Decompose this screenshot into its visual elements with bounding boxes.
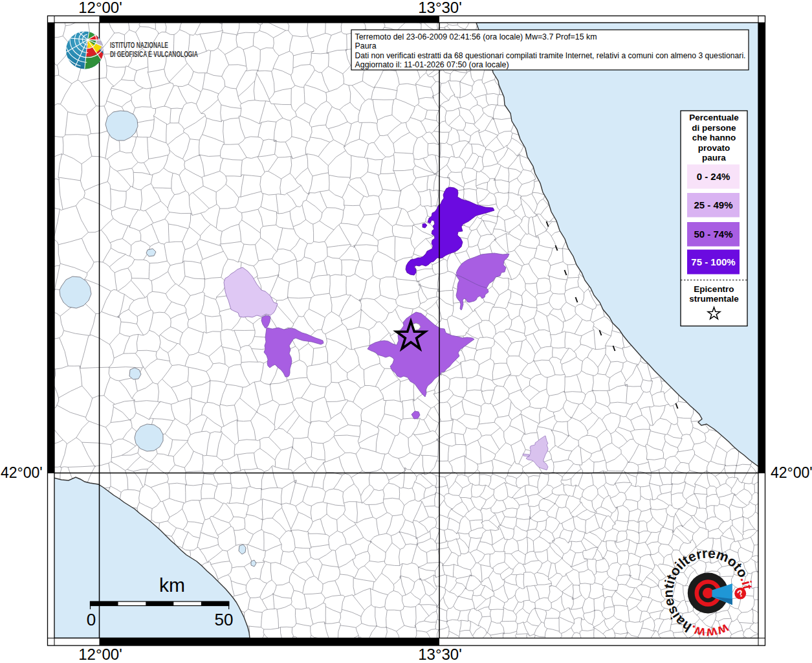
- svg-text:Terremoto del 23-06-2009 02:41: Terremoto del 23-06-2009 02:41:56 (ora l…: [355, 32, 597, 41]
- svg-text:0 - 24%: 0 - 24%: [697, 171, 730, 182]
- svg-text:12°00': 12°00': [78, 0, 122, 16]
- svg-text:50 - 74%: 50 - 74%: [694, 229, 732, 240]
- svg-text:Epicentro: Epicentro: [694, 284, 734, 294]
- svg-text:50: 50: [215, 610, 234, 629]
- svg-text:42°00': 42°00': [771, 464, 812, 481]
- svg-text:25 - 49%: 25 - 49%: [694, 199, 732, 210]
- svg-text:DI GEOFISICA E VULCANOLOGIA: DI GEOFISICA E VULCANOLOGIA: [110, 50, 198, 59]
- svg-text:paura: paura: [702, 153, 726, 163]
- svg-text:Paura: Paura: [355, 41, 377, 51]
- svg-text:km: km: [159, 574, 185, 596]
- svg-text:12°00': 12°00': [78, 646, 122, 663]
- svg-text:13°30': 13°30': [418, 0, 462, 16]
- svg-text:13°30': 13°30': [418, 646, 462, 663]
- svg-text:che hanno: che hanno: [692, 133, 736, 142]
- svg-text:0: 0: [87, 610, 96, 629]
- svg-text:ISTITUTO NAZIONALE: ISTITUTO NAZIONALE: [110, 40, 168, 49]
- svg-text:Aggiornato il: 11-01-2026 07:5: Aggiornato il: 11-01-2026 07:50 (ora loc…: [355, 60, 509, 69]
- svg-text:provato: provato: [698, 143, 730, 153]
- svg-text:42°00': 42°00': [1, 464, 43, 481]
- svg-text:di persone: di persone: [692, 123, 736, 133]
- svg-text:strumentale: strumentale: [689, 294, 739, 304]
- svg-text:Percentuale: Percentuale: [689, 113, 739, 122]
- svg-text:75 - 100%: 75 - 100%: [691, 256, 735, 267]
- svg-text:Dati non verificati estratti d: Dati non verificati estratti da 68 quest…: [355, 51, 746, 60]
